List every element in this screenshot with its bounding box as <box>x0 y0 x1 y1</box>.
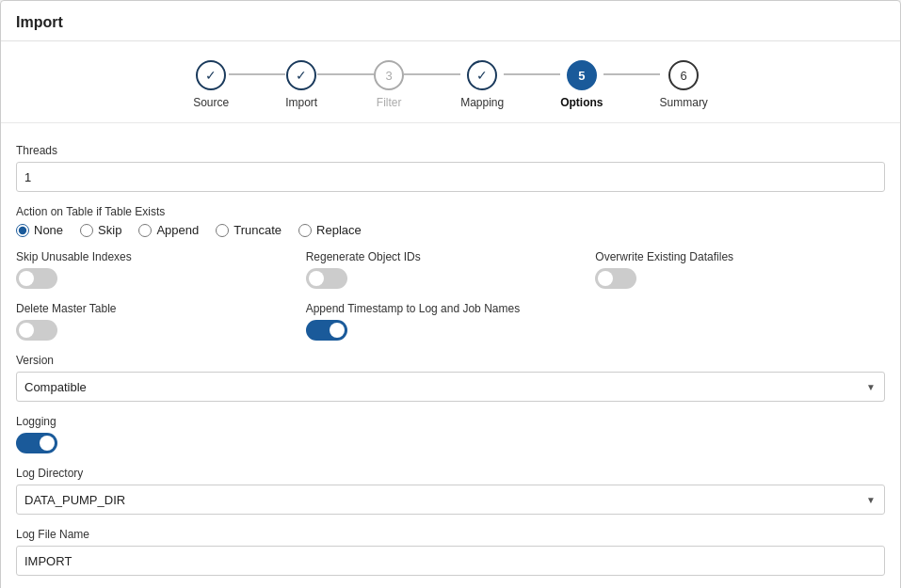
radio-replace[interactable]: Replace <box>298 223 362 237</box>
overwrite-label: Overwrite Existing Datafiles <box>595 250 885 263</box>
radio-truncate-label: Truncate <box>233 223 282 237</box>
stepper: ✓ Source ✓ Import 3 Filter ✓ Mapping <box>1 41 900 122</box>
radio-none-label: None <box>34 223 63 237</box>
regenerate-group: Regenerate Object IDs <box>306 250 596 289</box>
append-timestamp-slider <box>306 320 347 341</box>
step-circle-source: ✓ <box>196 60 226 90</box>
log-file-input[interactable] <box>16 546 885 576</box>
logging-label: Logging <box>16 415 885 428</box>
log-directory-select-wrapper: DATA_PUMP_DIR ORACLE_HOME CUSTOM ▼ <box>16 485 885 515</box>
log-directory-select[interactable]: DATA_PUMP_DIR ORACLE_HOME CUSTOM <box>16 485 885 515</box>
skip-unusable-label: Skip Unusable Indexes <box>16 250 306 263</box>
radio-skip-label: Skip <box>98 223 121 237</box>
step-circle-options: 5 <box>567 60 597 90</box>
skip-unusable-toggle[interactable] <box>16 268 57 289</box>
checkmark-source: ✓ <box>205 68 217 83</box>
overwrite-group: Overwrite Existing Datafiles <box>595 250 885 289</box>
append-timestamp-label: Append Timestamp to Log and Job Names <box>306 302 885 315</box>
skip-unusable-slider <box>16 268 57 289</box>
threads-group: Threads <box>16 144 885 192</box>
log-file-group: Log File Name <box>16 528 885 576</box>
delete-master-group: Delete Master Table <box>16 302 306 341</box>
radio-append[interactable]: Append <box>138 223 199 237</box>
append-timestamp-group: Append Timestamp to Log and Job Names <box>306 302 885 341</box>
action-label: Action on Table if Table Exists <box>16 205 885 218</box>
version-select[interactable]: Compatible Latest 12.2 12.1 11.2 <box>16 372 885 402</box>
step-label-filter: Filter <box>377 96 402 109</box>
threads-input[interactable] <box>16 162 885 192</box>
radio-append-label: Append <box>156 223 199 237</box>
radio-none[interactable]: None <box>16 223 63 237</box>
step-circle-import: ✓ <box>286 60 316 90</box>
step-mapping[interactable]: ✓ Mapping <box>460 60 504 109</box>
append-timestamp-toggle[interactable] <box>306 320 347 341</box>
version-label: Version <box>16 354 885 367</box>
step-circle-summary: 6 <box>668 60 699 90</box>
step-options[interactable]: 5 Options <box>560 60 603 109</box>
step-label-mapping: Mapping <box>460 96 504 109</box>
radio-replace-label: Replace <box>316 223 362 237</box>
step-label-options: Options <box>560 96 603 109</box>
toggles-row-2: Delete Master Table Append Timestamp to … <box>16 302 885 341</box>
page-title: Import <box>16 14 885 31</box>
delete-master-toggle[interactable] <box>16 320 57 341</box>
logging-toggle[interactable] <box>16 433 57 453</box>
regenerate-label: Regenerate Object IDs <box>306 250 596 263</box>
radio-truncate[interactable]: Truncate <box>216 223 282 237</box>
title-bar: Import <box>1 1 900 41</box>
import-window: Import ✓ Source ✓ Import 3 Filter ✓ <box>0 0 901 588</box>
version-select-wrapper: Compatible Latest 12.2 12.1 11.2 ▼ <box>16 372 885 402</box>
connector-1 <box>229 73 285 75</box>
checkmark-mapping: ✓ <box>476 68 488 83</box>
version-group: Version Compatible Latest 12.2 12.1 11.2… <box>16 354 885 402</box>
delete-master-slider <box>16 320 57 341</box>
step-source[interactable]: ✓ Source <box>193 60 229 109</box>
step-label-source: Source <box>193 96 229 109</box>
threads-label: Threads <box>16 144 885 157</box>
step-import[interactable]: ✓ Import <box>285 60 317 109</box>
skip-unusable-group: Skip Unusable Indexes <box>16 250 306 289</box>
step-filter[interactable]: 3 Filter <box>374 60 404 109</box>
step-summary[interactable]: 6 Summary <box>660 60 708 109</box>
action-group: Action on Table if Table Exists None Ski… <box>16 205 885 237</box>
log-directory-group: Log Directory DATA_PUMP_DIR ORACLE_HOME … <box>16 467 885 515</box>
connector-4 <box>504 73 560 75</box>
step-label-import: Import <box>285 96 317 109</box>
overwrite-slider <box>595 268 636 289</box>
form-body: Threads Action on Table if Table Exists … <box>1 135 900 588</box>
regenerate-toggle[interactable] <box>306 268 347 289</box>
logging-slider <box>16 433 57 453</box>
logging-group: Logging <box>16 415 885 453</box>
step-circle-filter: 3 <box>374 60 404 90</box>
checkmark-import: ✓ <box>296 68 307 83</box>
stepper-divider <box>1 122 900 123</box>
step-circle-mapping: ✓ <box>467 60 497 90</box>
action-radio-group: None Skip Append Truncate Replace <box>16 223 885 237</box>
log-file-label: Log File Name <box>16 528 885 541</box>
connector-2 <box>317 73 374 75</box>
connector-5 <box>603 73 660 75</box>
radio-skip[interactable]: Skip <box>80 223 121 237</box>
overwrite-toggle[interactable] <box>595 268 636 289</box>
toggles-row-1: Skip Unusable Indexes Regenerate Object … <box>16 250 885 289</box>
step-label-summary: Summary <box>660 96 708 109</box>
connector-3 <box>404 73 460 75</box>
delete-master-label: Delete Master Table <box>16 302 306 315</box>
regenerate-slider <box>306 268 347 289</box>
log-directory-label: Log Directory <box>16 467 885 480</box>
